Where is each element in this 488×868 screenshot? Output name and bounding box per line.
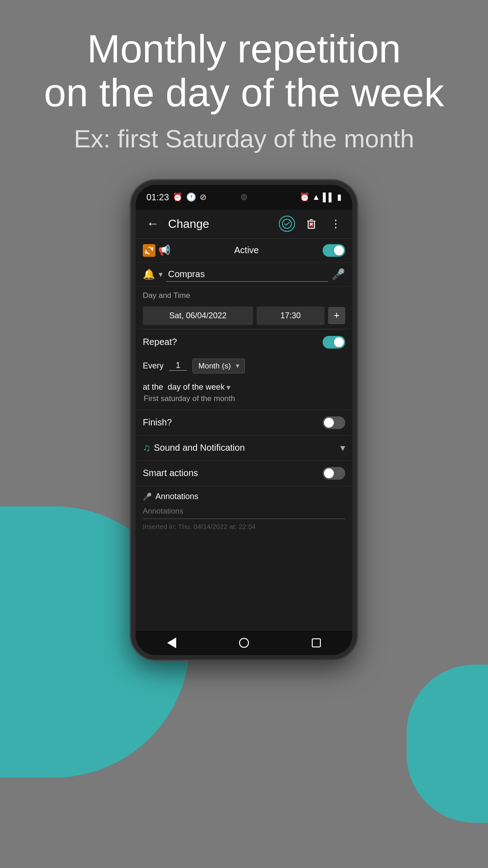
status-left: 01:23 ⏰ 🕐 ⊘	[146, 192, 206, 203]
finish-toggle-knob	[324, 418, 334, 428]
checkmark-svg	[282, 219, 292, 229]
screen-content: 📢 Active 🔔 ▾ 🎤 Day and Time	[136, 239, 352, 538]
battery-icon: ▮	[337, 192, 342, 202]
megaphone-icon: 📢	[158, 245, 170, 256]
music-icon: ♫	[143, 442, 150, 454]
alarm-type-chevron[interactable]: ▾	[159, 269, 163, 279]
repeat-label: Repeat?	[143, 337, 177, 347]
dnd-status-icon: ⊘	[200, 192, 206, 202]
home-nav-icon	[239, 638, 249, 648]
date-button[interactable]: Sat, 06/04/2022	[143, 307, 253, 325]
period-select[interactable]: Day(s) Week(s) Month (s) Year(s)	[192, 359, 245, 373]
recents-nav-button[interactable]	[307, 634, 325, 652]
annotations-header: 🎤 Annotations	[136, 486, 352, 504]
alarm-right-icon: ⏰	[300, 192, 310, 202]
status-time: 01:23	[146, 192, 169, 203]
annotations-title: Annotations	[155, 492, 198, 501]
delete-button[interactable]	[302, 214, 321, 233]
annotations-mic-icon: 🎤	[143, 492, 152, 501]
smart-actions-toggle[interactable]	[323, 467, 345, 480]
sound-left: ♫ Sound and Notification	[143, 442, 245, 454]
every-input[interactable]	[169, 361, 187, 371]
sound-row[interactable]: ♫ Sound and Notification ▾	[136, 436, 352, 461]
every-row: Every Day(s) Week(s) Month (s) Year(s) ▼	[136, 355, 352, 379]
every-label: Every	[143, 361, 164, 371]
active-toggle[interactable]	[323, 244, 345, 257]
active-label: Active	[170, 245, 323, 255]
more-icon: ⋮	[330, 217, 342, 230]
finish-label: Finish?	[143, 417, 172, 428]
toolbar: ← Change	[136, 210, 352, 239]
status-right: ⏰ ▲ ▌▌ ▮	[300, 192, 342, 202]
header-title-line1: Monthly repetition	[87, 26, 401, 71]
day-of-week-line1: at the day of the week ▾	[143, 382, 345, 392]
day-of-week-label: day of the week	[168, 382, 225, 392]
complete-button[interactable]	[277, 214, 296, 233]
phone-container: 01:23 ⏰ 🕐 ⊘ ⏰ ▲ ▌▌ ▮ ← Change	[0, 180, 488, 660]
smart-actions-toggle-knob	[324, 468, 334, 478]
volume-up-button[interactable]	[131, 266, 132, 289]
header-subtitle: Ex: first Saturday of the month	[27, 124, 461, 153]
front-camera	[241, 194, 247, 200]
alarm-status-icon: ⏰	[173, 192, 183, 202]
time-button[interactable]: 17:30	[257, 307, 324, 325]
day-of-week-arrow: ▾	[226, 382, 230, 392]
finish-toggle[interactable]	[323, 416, 345, 429]
bottom-navigation	[136, 630, 352, 655]
header-title-line2: on the day of the week	[44, 70, 444, 115]
active-toggle-knob	[334, 245, 344, 255]
period-select-wrapper: Day(s) Week(s) Month (s) Year(s) ▼	[192, 359, 245, 373]
clock-status-icon: 🕐	[186, 192, 196, 202]
day-time-label: Day and Time	[136, 287, 352, 303]
smart-actions-row: Smart actions	[136, 461, 352, 486]
finish-row: Finish?	[136, 410, 352, 436]
phone-screen: ← Change	[136, 210, 352, 630]
smart-actions-label: Smart actions	[143, 468, 198, 478]
header-section: Monthly repetition on the day of the wee…	[0, 0, 488, 167]
recents-nav-icon	[312, 638, 321, 647]
check-circle-icon	[279, 216, 295, 232]
more-options-button[interactable]: ⋮	[326, 214, 345, 233]
teal-decoration-right	[407, 665, 488, 823]
at-the-text: at the	[143, 382, 163, 392]
mic-icon[interactable]: 🎤	[332, 268, 345, 281]
datetime-row: Sat, 06/04/2022 17:30 +	[136, 303, 352, 329]
day-of-week-dropdown[interactable]: day of the week ▾	[168, 382, 230, 392]
back-nav-button[interactable]	[163, 634, 181, 652]
day-of-week-description: First saturday of the month	[143, 394, 345, 403]
header-title: Monthly repetition on the day of the wee…	[27, 27, 461, 115]
name-row: 🔔 ▾ 🎤	[136, 263, 352, 287]
alarm-name-input[interactable]	[166, 267, 328, 282]
back-nav-icon	[167, 637, 176, 648]
repeat-toggle-knob	[334, 337, 344, 347]
active-row: 📢 Active	[136, 239, 352, 263]
inserted-text: Inserted in: Thu, 04/14/2022 at: 22:54	[136, 519, 352, 538]
repeat-row: Repeat?	[136, 330, 352, 355]
phone-frame: 01:23 ⏰ 🕐 ⊘ ⏰ ▲ ▌▌ ▮ ← Change	[131, 180, 357, 660]
wifi-icon: ▲	[312, 193, 320, 202]
back-button[interactable]: ←	[143, 213, 163, 235]
home-nav-button[interactable]	[235, 634, 253, 652]
active-row-icons: 📢	[143, 244, 170, 257]
add-time-button[interactable]: +	[328, 307, 345, 324]
toolbar-title: Change	[168, 217, 272, 231]
signal-icon: ▌▌	[323, 193, 334, 202]
trash-icon	[305, 217, 318, 230]
power-button[interactable]	[356, 275, 357, 307]
volume-down-button[interactable]	[131, 296, 132, 318]
refresh-icon	[143, 244, 155, 257]
sound-expand-icon: ▾	[340, 442, 345, 454]
sound-label: Sound and Notification	[154, 443, 245, 453]
status-bar: 01:23 ⏰ 🕐 ⊘ ⏰ ▲ ▌▌ ▮	[136, 185, 352, 210]
bell-icon: 🔔	[143, 269, 155, 280]
annotations-input[interactable]	[143, 504, 345, 519]
repeat-toggle[interactable]	[323, 336, 345, 349]
day-of-week-row: at the day of the week ▾ First saturday …	[136, 379, 352, 410]
